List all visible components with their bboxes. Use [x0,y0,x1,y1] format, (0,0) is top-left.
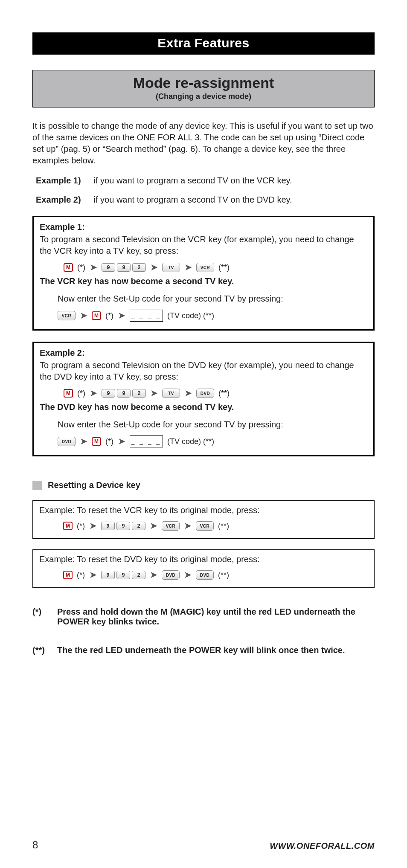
magic-key-icon: M [92,437,101,446]
code-entry-box: _ _ _ _ [130,435,163,447]
example-2-result: The DVD key has now become a second TV k… [40,402,367,412]
square-bullet-icon [32,481,42,490]
double-star-note: (**) [218,522,229,531]
digit-key: 9 [102,389,115,398]
reset-vcr-sequence: M (*) ➤ 9 9 2 ➤ VCR ➤ VCR (**) [63,521,368,531]
example-1-box: Example 1: To program a second Televisio… [32,216,375,331]
footnote-star-mark: (*) [32,607,57,627]
section-banner-grey: Mode re-assignment (Changing a device mo… [32,70,375,107]
vcr-key-icon: VCR [58,311,76,320]
example-1-box-title: Example 1: [40,222,367,232]
mode-reassign-subtitle: (Changing a device mode) [33,92,374,101]
digit-key: 9 [117,389,131,398]
tv-key-icon: TV [162,389,180,398]
footnote-star: (*) Press and hold down the M (MAGIC) ke… [32,607,375,627]
example-1-sequence-1: M (*) ➤ 9 9 2 ➤ TV ➤ VCR (**) [64,263,367,272]
example-1-setup-line: Now enter the Set-Up code for your secon… [58,294,367,304]
reset-vcr-line: Example: To reset the VCR key to its ori… [39,505,368,515]
digit-group: 9 9 2 [101,522,145,530]
dvd-key-icon: DVD [196,570,214,580]
magic-key-icon: M [64,389,73,398]
code-entry-box: _ _ _ _ [130,310,163,322]
footnote-double-star: (**) The the red LED underneath the POWE… [32,645,375,655]
vcr-key-icon: VCR [196,521,214,531]
example-2-box-intro: To program a second Television on the DV… [40,360,367,383]
magic-key-icon: M [63,571,73,579]
resetting-heading-text: Resetting a Device key [48,480,140,490]
star-note: (*) [77,522,85,531]
digit-key: 2 [132,263,146,272]
magic-key-icon: M [63,522,73,530]
star-note: (*) [77,263,85,272]
double-star-note: (**) [218,389,230,398]
digit-key: 9 [101,522,115,530]
page-footer: 8 WWW.ONEFORALL.COM [32,839,375,851]
digit-key: 2 [132,389,146,398]
resetting-heading: Resetting a Device key [32,480,375,490]
reset-dvd-box: Example: To reset the DVD key to its ori… [32,549,375,588]
double-star-note: (**) [218,263,230,272]
reset-dvd-sequence: M (*) ➤ 9 9 2 ➤ DVD ➤ DVD (**) [63,570,368,580]
mode-reassign-title: Mode re-assignment [33,75,374,91]
star-note: (*) [105,311,113,320]
digit-key: 9 [116,522,130,530]
double-star-note: (**) [218,571,229,580]
digit-group: 9 9 2 [102,389,146,398]
section-banner-black: Extra Features [32,32,375,55]
example-2-summary: Example 2) if you want to program a seco… [36,195,375,205]
example-1-label: Example 1) [36,176,91,186]
magic-key-icon: M [92,311,101,320]
digit-key: 2 [132,571,145,579]
digit-key: 2 [132,522,145,530]
example-1-summary: Example 1) if you want to program a seco… [36,176,375,186]
digit-group: 9 9 2 [101,571,145,579]
code-tail: (TV code) (**) [167,437,214,446]
star-note: (*) [105,437,113,446]
code-tail: (TV code) (**) [167,311,214,320]
page-number: 8 [32,839,38,851]
example-2-box: Example 2: To program a second Televisio… [32,342,375,456]
example-2-sequence-2: DVD ➤ M (*) ➤ _ _ _ _ (TV code) (**) [58,435,367,447]
example-2-text: if you want to program a second TV on th… [94,195,292,204]
footnote-double-star-text: The the red LED underneath the POWER key… [57,645,345,655]
dvd-key-icon: DVD [162,570,180,580]
vcr-key-icon: VCR [162,521,180,531]
example-2-setup-line: Now enter the Set-Up code for your secon… [58,420,367,430]
star-note: (*) [77,571,85,580]
reset-vcr-box: Example: To reset the VCR key to its ori… [32,500,375,539]
example-1-text: if you want to program a second TV on th… [94,176,292,185]
website-url: WWW.ONEFORALL.COM [270,841,375,851]
digit-key: 9 [101,571,115,579]
magic-key-icon: M [64,263,73,272]
reset-dvd-line: Example: To reset the DVD key to its ori… [39,554,368,564]
digit-key: 9 [102,263,115,272]
vcr-key-icon: VCR [196,263,214,272]
dvd-key-icon: DVD [58,437,76,446]
footnote-double-star-mark: (**) [32,645,57,655]
intro-paragraph: It is possible to change the mode of any… [32,120,375,166]
example-1-box-intro: To program a second Television on the VC… [40,234,367,257]
footnote-star-text: Press and hold down the M (MAGIC) key un… [57,607,375,627]
tv-key-icon: TV [162,263,180,272]
star-note: (*) [77,389,85,398]
digit-key: 9 [116,571,130,579]
digit-key: 9 [117,263,131,272]
example-2-sequence-1: M (*) ➤ 9 9 2 ➤ TV ➤ DVD (**) [64,389,367,398]
example-2-box-title: Example 2: [40,348,367,358]
example-2-label: Example 2) [36,195,91,205]
dvd-key-icon: DVD [196,389,214,398]
example-1-result: The VCR key has now become a second TV k… [40,276,367,286]
example-1-sequence-2: VCR ➤ M (*) ➤ _ _ _ _ (TV code) (**) [58,310,367,322]
digit-group: 9 9 2 [102,263,146,272]
manual-page: Extra Features Mode re-assignment (Chang… [0,0,407,868]
